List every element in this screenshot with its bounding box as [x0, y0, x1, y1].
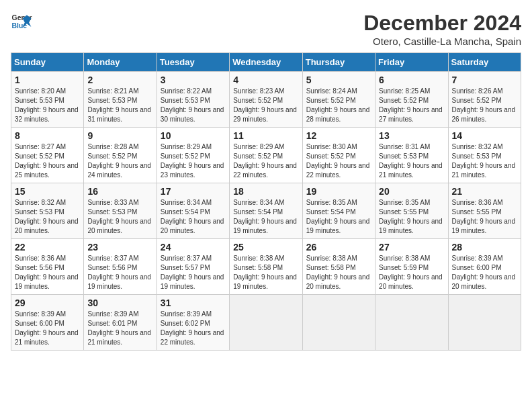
header-saturday: Saturday: [448, 53, 521, 72]
table-row: 3Sunrise: 8:22 AMSunset: 5:53 PMDaylight…: [157, 72, 229, 128]
weekday-header-row: Sunday Monday Tuesday Wednesday Thursday…: [11, 53, 521, 72]
table-row: 10Sunrise: 8:29 AMSunset: 5:52 PMDayligh…: [157, 128, 229, 183]
table-row: 15Sunrise: 8:32 AMSunset: 5:53 PMDayligh…: [11, 183, 84, 239]
table-row: 21Sunrise: 8:36 AMSunset: 5:55 PMDayligh…: [448, 183, 521, 239]
table-row: 25Sunrise: 8:38 AMSunset: 5:58 PMDayligh…: [230, 239, 302, 295]
header: General Blue December 2024 Otero, Castil…: [11, 11, 521, 47]
table-row: 29Sunrise: 8:39 AMSunset: 6:00 PMDayligh…: [11, 295, 84, 351]
header-wednesday: Wednesday: [230, 53, 302, 72]
calendar-table: Sunday Monday Tuesday Wednesday Thursday…: [11, 52, 521, 351]
table-row: 8Sunrise: 8:27 AMSunset: 5:52 PMDaylight…: [11, 128, 84, 183]
table-row: 30Sunrise: 8:39 AMSunset: 6:01 PMDayligh…: [84, 295, 157, 351]
table-row: 20Sunrise: 8:35 AMSunset: 5:55 PMDayligh…: [375, 183, 448, 239]
table-row: [448, 295, 521, 351]
table-row: 24Sunrise: 8:37 AMSunset: 5:57 PMDayligh…: [157, 239, 229, 295]
table-row: 27Sunrise: 8:38 AMSunset: 5:59 PMDayligh…: [375, 239, 448, 295]
table-row: 28Sunrise: 8:39 AMSunset: 6:00 PMDayligh…: [448, 239, 521, 295]
table-row: 17Sunrise: 8:34 AMSunset: 5:54 PMDayligh…: [157, 183, 229, 239]
table-row: 31Sunrise: 8:39 AMSunset: 6:02 PMDayligh…: [157, 295, 229, 351]
table-row: 1Sunrise: 8:20 AMSunset: 5:53 PMDaylight…: [11, 72, 84, 128]
logo: General Blue: [11, 11, 32, 32]
logo-icon: General Blue: [11, 11, 32, 32]
header-sunday: Sunday: [11, 53, 84, 72]
table-row: 18Sunrise: 8:34 AMSunset: 5:54 PMDayligh…: [230, 183, 302, 239]
table-row: 11Sunrise: 8:29 AMSunset: 5:52 PMDayligh…: [230, 128, 302, 183]
table-row: 16Sunrise: 8:33 AMSunset: 5:53 PMDayligh…: [84, 183, 157, 239]
table-row: 22Sunrise: 8:36 AMSunset: 5:56 PMDayligh…: [11, 239, 84, 295]
header-tuesday: Tuesday: [157, 53, 229, 72]
table-row: 12Sunrise: 8:30 AMSunset: 5:52 PMDayligh…: [302, 128, 375, 183]
table-row: [375, 295, 448, 351]
table-row: [302, 295, 375, 351]
table-row: 14Sunrise: 8:32 AMSunset: 5:53 PMDayligh…: [448, 128, 521, 183]
location-title: Otero, Castille-La Mancha, Spain: [363, 36, 521, 47]
calendar-week-row: 22Sunrise: 8:36 AMSunset: 5:56 PMDayligh…: [11, 239, 521, 295]
header-friday: Friday: [375, 53, 448, 72]
table-row: 4Sunrise: 8:23 AMSunset: 5:52 PMDaylight…: [230, 72, 302, 128]
table-row: 7Sunrise: 8:26 AMSunset: 5:52 PMDaylight…: [448, 72, 521, 128]
table-row: [230, 295, 302, 351]
table-row: 19Sunrise: 8:35 AMSunset: 5:54 PMDayligh…: [302, 183, 375, 239]
calendar-week-row: 15Sunrise: 8:32 AMSunset: 5:53 PMDayligh…: [11, 183, 521, 239]
calendar-week-row: 8Sunrise: 8:27 AMSunset: 5:52 PMDaylight…: [11, 128, 521, 183]
header-monday: Monday: [84, 53, 157, 72]
table-row: 26Sunrise: 8:38 AMSunset: 5:58 PMDayligh…: [302, 239, 375, 295]
title-area: December 2024 Otero, Castille-La Mancha,…: [363, 11, 521, 47]
table-row: 5Sunrise: 8:24 AMSunset: 5:52 PMDaylight…: [302, 72, 375, 128]
table-row: 9Sunrise: 8:28 AMSunset: 5:52 PMDaylight…: [84, 128, 157, 183]
header-thursday: Thursday: [302, 53, 375, 72]
table-row: 2Sunrise: 8:21 AMSunset: 5:53 PMDaylight…: [84, 72, 157, 128]
calendar-week-row: 1Sunrise: 8:20 AMSunset: 5:53 PMDaylight…: [11, 72, 521, 128]
table-row: 13Sunrise: 8:31 AMSunset: 5:53 PMDayligh…: [375, 128, 448, 183]
table-row: 6Sunrise: 8:25 AMSunset: 5:52 PMDaylight…: [375, 72, 448, 128]
table-row: 23Sunrise: 8:37 AMSunset: 5:56 PMDayligh…: [84, 239, 157, 295]
month-title: December 2024: [363, 11, 521, 36]
calendar-week-row: 29Sunrise: 8:39 AMSunset: 6:00 PMDayligh…: [11, 295, 521, 351]
